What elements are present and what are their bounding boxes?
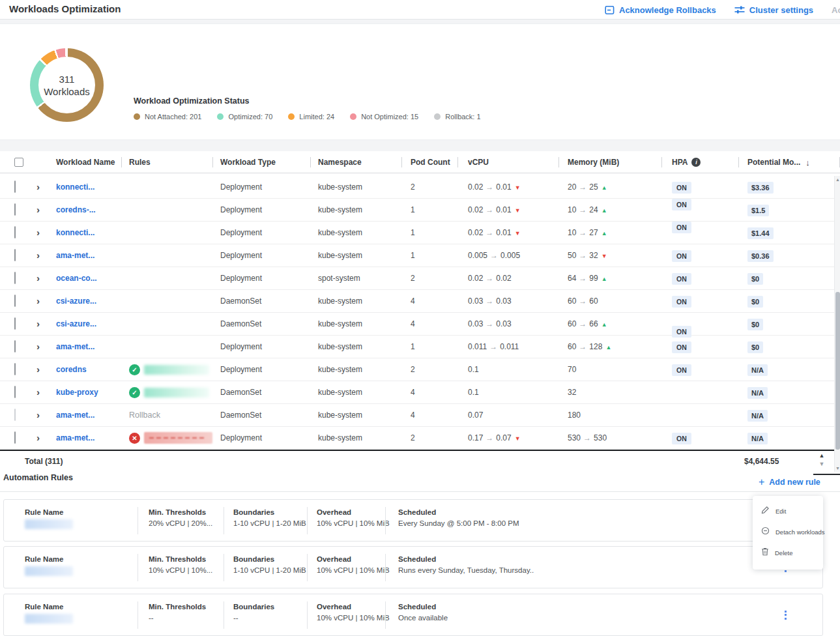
arrow-right-icon: → xyxy=(576,205,589,214)
row-checkbox[interactable] xyxy=(14,409,16,421)
expand-chevron-icon[interactable]: › xyxy=(36,432,40,443)
namespace-cell: kube-system xyxy=(310,228,401,237)
context-menu-item-detach-workloads[interactable]: Detach workloads xyxy=(753,521,823,542)
rule-actions-kebab-menu[interactable] xyxy=(783,609,789,622)
expand-chevron-icon[interactable]: › xyxy=(36,250,40,261)
acknowledge-rollbacks-icon xyxy=(605,5,615,15)
potential-savings-badge: $0 xyxy=(747,296,763,308)
arrow-right-icon: → xyxy=(576,251,589,260)
row-checkbox[interactable] xyxy=(14,272,16,284)
workload-name-link[interactable]: coredns xyxy=(48,365,121,374)
workload-name-link[interactable]: konnecti... xyxy=(48,182,121,192)
expand-chevron-icon[interactable]: › xyxy=(36,272,40,283)
row-checkbox[interactable] xyxy=(14,363,16,375)
trend-up-icon: ▲ xyxy=(598,184,607,191)
expand-chevron-icon[interactable]: › xyxy=(36,386,40,398)
expand-chevron-icon[interactable]: › xyxy=(36,295,40,306)
scrollbar-thumb[interactable] xyxy=(835,292,840,450)
expand-chevron-icon[interactable]: › xyxy=(36,227,40,238)
detach-icon xyxy=(761,526,770,538)
column-header-namespace[interactable]: Namespace xyxy=(310,151,401,173)
workload-name-link[interactable]: csi-azure... xyxy=(48,319,121,328)
pod-count-cell: 4 xyxy=(401,388,457,397)
workload-name-link[interactable]: ama-met... xyxy=(48,411,121,420)
context-menu-item-edit[interactable]: Edit xyxy=(753,500,823,521)
expand-chevron-icon[interactable]: › xyxy=(36,181,40,192)
rules-cell: ✓ xyxy=(121,387,212,398)
column-header-hpa[interactable]: HPA i xyxy=(661,151,738,173)
workload-row: ›ama-met...Deploymentkube-system10.011→0… xyxy=(0,336,835,358)
mem-cell: 32 xyxy=(558,388,661,397)
column-header-potential-savings[interactable]: Potential Mo... ↓ xyxy=(738,151,840,173)
row-checkbox[interactable] xyxy=(14,249,16,261)
column-header-workload-name[interactable]: Workload Name xyxy=(48,151,121,173)
potential-savings-badge: N/A xyxy=(747,387,768,399)
automation-rule-card: Rule NameMin. Thresholds10% vCPU | 10%..… xyxy=(3,546,823,588)
expand-chevron-icon[interactable]: › xyxy=(36,318,40,329)
workload-name-link[interactable]: ama-met... xyxy=(48,342,121,351)
hpa-status-badge: ON xyxy=(672,296,691,308)
row-checkbox[interactable] xyxy=(14,203,16,216)
column-header-vcpu[interactable]: vCPU xyxy=(457,151,558,173)
row-checkbox[interactable] xyxy=(14,431,16,444)
mem-cell: 70 xyxy=(558,365,661,374)
row-checkbox[interactable] xyxy=(14,340,16,353)
cluster-settings-button[interactable]: Cluster settings xyxy=(734,5,813,15)
workload-type-cell: Deployment xyxy=(212,251,310,260)
workload-row: ›ama-met...RollbackDaemonSetkube-system4… xyxy=(0,404,835,427)
hpa-status-badge: ON xyxy=(672,222,691,233)
expand-chevron-icon[interactable]: › xyxy=(36,204,40,215)
select-all-checkbox[interactable] xyxy=(14,158,23,167)
info-icon[interactable]: i xyxy=(691,158,701,167)
column-header-memory[interactable]: Memory (MiB) xyxy=(558,151,661,173)
rule-name-redacted xyxy=(144,388,209,398)
pencil-icon xyxy=(761,505,770,517)
spinner-down-arrow[interactable]: ▼ xyxy=(817,461,826,467)
scroll-up-arrow[interactable]: ▲ xyxy=(835,177,840,182)
trash-icon xyxy=(761,547,769,558)
workload-name-link[interactable]: konnecti... xyxy=(48,228,121,237)
workload-name-link[interactable]: coredns-... xyxy=(48,205,121,214)
actions-button[interactable]: Action xyxy=(832,5,840,15)
add-new-rule-button[interactable]: + Add new rule xyxy=(759,477,820,487)
expand-chevron-icon[interactable]: › xyxy=(36,409,40,420)
row-checkbox[interactable] xyxy=(14,317,16,330)
legend-item: Rollback: 1 xyxy=(434,113,480,121)
potential-savings-badge: $0 xyxy=(747,341,763,353)
expand-chevron-icon[interactable]: › xyxy=(36,364,40,375)
expand-chevron-icon[interactable]: › xyxy=(36,341,40,352)
workload-name-link[interactable]: kube-proxy xyxy=(48,388,121,397)
context-menu-item-delete[interactable]: Delete xyxy=(753,542,823,563)
trend-down-icon: ▼ xyxy=(512,207,521,214)
column-header-rules[interactable]: Rules xyxy=(121,151,212,173)
hpa-status-badge: ON xyxy=(672,182,691,194)
legend-dot-icon xyxy=(350,113,356,120)
row-checkbox[interactable] xyxy=(14,226,16,238)
hpa-status-badge: ON xyxy=(672,199,691,210)
vcpu-cell: 0.1 xyxy=(457,365,558,374)
acknowledge-rollbacks-button[interactable]: Acknowledge Rollbacks xyxy=(605,5,716,15)
total-value: $4,644.55 xyxy=(744,457,779,466)
workload-status-donut-chart: 311 Workloads xyxy=(30,48,104,122)
row-checkbox[interactable] xyxy=(14,295,16,307)
sliders-icon xyxy=(734,5,745,14)
table-scrollbar[interactable]: ▲ ▼ xyxy=(834,176,840,472)
mem-cell: 10→24▲ xyxy=(558,205,661,214)
scroll-down-arrow[interactable]: ▼ xyxy=(835,466,840,470)
vcpu-cell: 0.17→0.07▼ xyxy=(457,433,558,442)
workload-name-link[interactable]: csi-azure... xyxy=(48,296,121,306)
arrow-right-icon: → xyxy=(487,342,500,351)
potential-savings-badge: $0 xyxy=(747,319,763,330)
column-header-pod-count[interactable]: Pod Count xyxy=(401,151,457,173)
spinner-up-arrow[interactable]: ▲ xyxy=(817,452,826,459)
workload-name-link[interactable]: ocean-co... xyxy=(48,274,121,283)
column-header-workload-type[interactable]: Workload Type xyxy=(212,151,310,173)
workload-name-link[interactable]: ama-met... xyxy=(48,433,121,442)
workload-row: ›ocean-co...Deploymentspot-system20.02→0… xyxy=(0,267,835,290)
sort-desc-icon[interactable]: ↓ xyxy=(805,158,810,167)
mem-cell: 10→27▲ xyxy=(558,228,661,237)
row-checkbox[interactable] xyxy=(14,386,16,398)
row-checkbox[interactable] xyxy=(14,181,16,193)
workload-name-link[interactable]: ama-met... xyxy=(48,251,121,260)
legend-label: Limited: 24 xyxy=(299,113,334,121)
